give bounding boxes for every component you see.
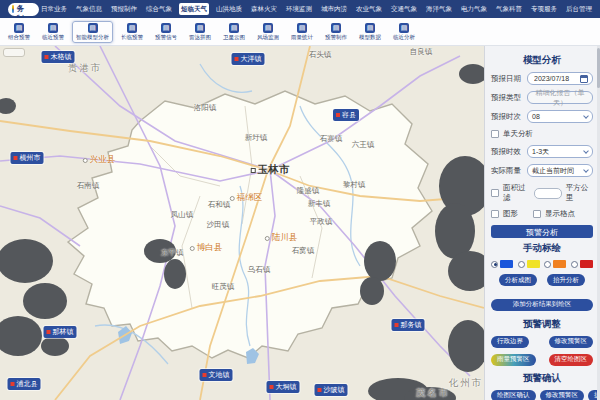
- color-swatch[interactable]: [527, 260, 540, 268]
- map-label: 石南镇: [77, 181, 100, 191]
- color-swatch[interactable]: [500, 260, 513, 268]
- rainfall-select[interactable]: 截止当前时间: [527, 164, 593, 177]
- map-label: 贵港市: [68, 62, 103, 75]
- tool-icon: ▤: [297, 23, 307, 33]
- adjust-button-row-2: 雨量预警区清空绘图区: [491, 354, 593, 366]
- 清空绘图区-button[interactable]: 清空绘图区: [549, 354, 594, 366]
- top-bar: 玉林市业务制作系统 日常业务气象信息预报制作综合气象短临天气山洪地质森林火灾环境…: [0, 0, 600, 18]
- county-marker-icon: [83, 158, 88, 163]
- map-label-text: 石和镇: [208, 200, 231, 210]
- tool-icon: ▤: [88, 23, 98, 33]
- 行政边界-button[interactable]: 行政边界: [491, 336, 529, 348]
- validity-select[interactable]: 1-3天: [527, 145, 593, 158]
- draw-color-option[interactable]: [491, 260, 513, 268]
- single-day-label: 单天分析: [503, 129, 533, 139]
- map-label: 木格镇: [42, 51, 75, 63]
- toolbar-item[interactable]: ▤预警信号: [151, 21, 181, 43]
- manual-draw-title: 手动标绘: [491, 242, 593, 255]
- draw-color-option[interactable]: [544, 260, 566, 268]
- pin-marker-icon: [47, 330, 51, 334]
- 绘图区确认-button[interactable]: 绘图区确认: [491, 390, 536, 400]
- map-label: 大洋镇: [232, 53, 265, 65]
- warning-analysis-button[interactable]: 预警分析: [491, 225, 593, 238]
- toolbar-item[interactable]: ▤临近分析: [389, 21, 419, 43]
- top-menu-item[interactable]: 综合气象: [144, 3, 174, 15]
- map-label: 旺茂镇: [212, 282, 235, 292]
- pin-marker-icon: [318, 388, 322, 392]
- toolbar-item[interactable]: ▤预警制作: [321, 21, 351, 43]
- toolbar-item[interactable]: ▤雨量统计: [287, 21, 317, 43]
- draw-color-option[interactable]: [571, 260, 593, 268]
- single-day-checkbox[interactable]: [491, 130, 499, 138]
- add-analysis-to-draw-button[interactable]: 添加分析结果到绘区: [491, 299, 593, 311]
- toolbar-item[interactable]: ▤临近预警: [38, 21, 68, 43]
- top-menu-item[interactable]: 日常业务: [39, 3, 69, 15]
- chevron-down-icon: [583, 148, 589, 154]
- color-radio[interactable]: [518, 261, 525, 268]
- 抬升分析-button[interactable]: 抬升分析: [547, 274, 585, 286]
- toolbar-item[interactable]: ▤智能模型分析: [72, 21, 113, 43]
- graphic-checkbox[interactable]: [491, 210, 499, 218]
- top-menu-item[interactable]: 电力气象: [459, 3, 489, 15]
- map-label-text: 那林镇: [53, 327, 74, 337]
- toolbar-item[interactable]: ▤长临预警: [117, 21, 147, 43]
- map-label: 新丰镇: [308, 199, 331, 209]
- color-radio[interactable]: [571, 261, 578, 268]
- map-canvas[interactable]: 贵港市木格镇大洋镇石头镇自良镇容县洛阳镇新圩镇石寨镇六王镇横州市兴业县石南镇玉林…: [0, 46, 484, 400]
- toolbar-item[interactable]: ▤雷达拼图: [185, 21, 215, 43]
- show-grid-checkbox[interactable]: [533, 210, 541, 218]
- tool-label: 组合预警: [8, 34, 30, 41]
- map-label: 兴业县: [83, 154, 116, 166]
- color-radio[interactable]: [491, 261, 498, 268]
- map-label: 乌石镇: [248, 265, 271, 275]
- map-label: 沙陂镇: [315, 384, 348, 396]
- forecast-time-select[interactable]: 08: [527, 110, 593, 123]
- tool-label: 预警制作: [325, 34, 347, 41]
- toolbar-item[interactable]: ▤风场监测: [253, 21, 283, 43]
- top-menu-item[interactable]: 城市内涝: [319, 3, 349, 15]
- 雨量预警区-button[interactable]: 雨量预警区: [491, 354, 536, 366]
- chevron-down-icon: [583, 113, 589, 119]
- top-menu-item[interactable]: 短临天气: [179, 3, 209, 15]
- color-swatch[interactable]: [553, 260, 566, 268]
- color-swatch[interactable]: [580, 260, 593, 268]
- area-unit-label: 平方公里: [566, 183, 593, 203]
- map-label-text: 茂名市: [416, 387, 451, 400]
- map-label-text: 石南镇: [77, 181, 100, 191]
- top-menu-item[interactable]: 气象科普: [494, 3, 524, 15]
- manual-button-row: 分析成图抬升分析: [491, 274, 593, 286]
- tool-label: 雨量统计: [291, 34, 313, 41]
- 修改预警区-button[interactable]: 修改预警区: [540, 390, 585, 400]
- forecast-date-field[interactable]: [527, 72, 593, 85]
- color-radio[interactable]: [544, 261, 551, 268]
- map-label-text: 贵港市: [68, 62, 103, 75]
- panel-title: 模型分析: [491, 54, 593, 67]
- draw-color-option[interactable]: [518, 260, 540, 268]
- area-filter-checkbox[interactable]: [491, 189, 499, 197]
- 修改预警区-button[interactable]: 修改预警区: [549, 336, 594, 348]
- top-menu-item[interactable]: 环境监测: [284, 3, 314, 15]
- map-label-text: 凤山镇: [171, 210, 194, 220]
- top-menu-item[interactable]: 预报制作: [109, 3, 139, 15]
- top-menu-item[interactable]: 森林火灾: [249, 3, 279, 15]
- top-menu-item[interactable]: 交通气象: [389, 3, 419, 15]
- top-menu-item[interactable]: 农业气象: [354, 3, 384, 15]
- forecast-type-field: 精细化报告（单天）: [527, 91, 593, 104]
- toolbar-item[interactable]: ▤模型数据: [355, 21, 385, 43]
- map-label: 隆盛镇: [297, 186, 320, 196]
- area-filter-input[interactable]: [534, 188, 561, 199]
- 分析成图-button[interactable]: 分析成图: [499, 274, 537, 286]
- top-menu-item[interactable]: 后台管理: [564, 3, 594, 15]
- top-menu-item[interactable]: 气象信息: [74, 3, 104, 15]
- top-menu-item[interactable]: 山洪地质: [214, 3, 244, 15]
- forecast-date-input[interactable]: [532, 74, 578, 83]
- toolbar-item[interactable]: ▤组合预警: [4, 21, 34, 43]
- map-scale-control[interactable]: [3, 48, 25, 57]
- pin-marker-icon: [14, 156, 18, 160]
- county-marker-icon: [190, 246, 195, 251]
- top-menu-item[interactable]: 海洋气象: [424, 3, 454, 15]
- toolbar-item[interactable]: ▤卫星云图: [219, 21, 249, 43]
- calendar-icon[interactable]: [580, 75, 588, 83]
- top-menu-item[interactable]: 专项服务: [529, 3, 559, 15]
- tool-label: 智能模型分析: [76, 34, 109, 41]
